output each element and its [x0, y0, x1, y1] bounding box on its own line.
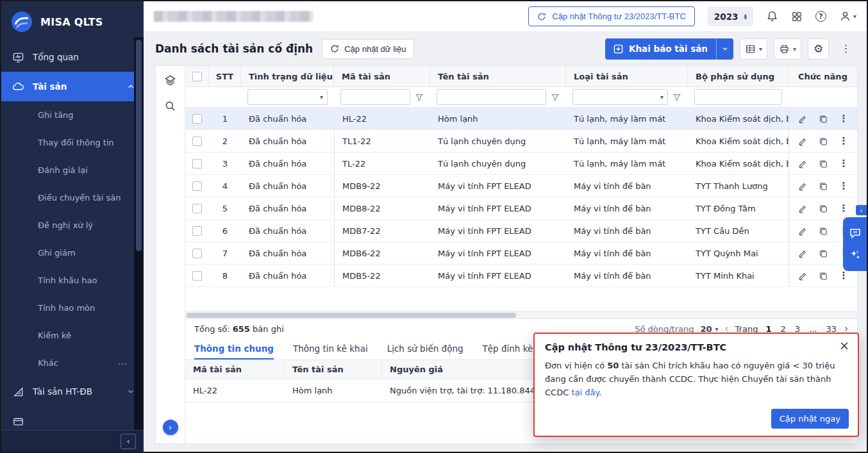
row-kebab-icon[interactable]: ⋮ [839, 181, 849, 191]
print-button[interactable]: ▾ [774, 38, 801, 60]
row-kebab-icon[interactable]: ⋮ [839, 271, 849, 281]
col-header-name[interactable]: Tên tài sản [430, 66, 566, 86]
table-row[interactable]: 8 Đã chuẩn hóa MDB5-22 Máy vi tính FPT E… [185, 265, 857, 287]
filter-funnel-icon[interactable] [551, 93, 560, 102]
sidebar-item-tai-san-ht-db[interactable]: Tài sản HT-ĐB [1, 377, 144, 406]
row-kebab-icon[interactable]: ⋮ [839, 114, 849, 124]
close-icon[interactable]: × [839, 340, 849, 352]
table-row[interactable]: 5 Đã chuẩn hóa MDB8-22 Máy vi tính FPT E… [185, 197, 857, 220]
sidebar-subitem-tinh-hao-mon[interactable]: Tính hao mòn [1, 294, 144, 322]
row-checkbox[interactable] [192, 226, 202, 236]
sidebar-subitem-tinh-khau-hao[interactable]: Tính khấu hao [1, 267, 144, 294]
row-checkbox[interactable] [192, 271, 202, 281]
edit-pencil-icon[interactable] [798, 136, 808, 146]
declare-asset-button[interactable]: Khai báo tài sản [605, 38, 716, 60]
row-checkbox[interactable] [192, 204, 202, 213]
chat-pause-icon[interactable] [849, 227, 862, 240]
export-table-button[interactable]: ▾ [740, 38, 767, 60]
copy-icon[interactable] [819, 159, 828, 169]
name-filter-input[interactable] [437, 89, 546, 105]
code-filter-input[interactable] [340, 89, 410, 105]
sidebar-subitem-khac[interactable]: Khác ⋯ [1, 349, 144, 377]
copy-icon[interactable] [819, 249, 828, 258]
table-row[interactable]: 4 Đã chuẩn hóa MDB9-22 Máy vi tính FPT E… [185, 175, 857, 197]
copy-icon[interactable] [819, 226, 828, 236]
type-filter-select[interactable]: ▾ [572, 89, 668, 105]
copy-icon[interactable] [819, 204, 828, 213]
sidebar-subitem-ghi-tang[interactable]: Ghi tăng [1, 101, 144, 129]
row-checkbox[interactable] [192, 114, 202, 124]
row-checkbox[interactable] [192, 181, 202, 191]
tab-tep-dinh-kem[interactable]: Tệp đính kèm [483, 339, 542, 359]
tab-lich-su-bien-dong[interactable]: Lịch sử biến động [387, 339, 463, 359]
table-row[interactable]: 1 Đã chuẩn hóa HL-22 Hòm lạnh Tủ lạnh, m… [185, 108, 857, 130]
copy-icon[interactable] [819, 181, 828, 191]
row-kebab-icon[interactable]: ⋮ [839, 159, 849, 169]
widget-expand-tab[interactable]: › [856, 205, 867, 215]
row-checkbox[interactable] [192, 136, 202, 146]
horizontal-scrollbar-thumb[interactable] [187, 313, 516, 318]
table-row[interactable]: 3 Đã chuẩn hóa TL-22 Tủ lạnh chuyên dụng… [185, 152, 857, 175]
declare-asset-dropdown[interactable] [716, 38, 733, 60]
sidebar-subitem-thay-doi-thong-tin[interactable]: Thay đổi thông tin [1, 129, 144, 156]
sidebar-subitem-de-nghi-xu-ly[interactable]: Đề nghị xử lý [1, 211, 144, 239]
row-kebab-icon[interactable]: ⋮ [839, 136, 849, 146]
table-row[interactable]: 2 Đã chuẩn hóa TL1-22 Tủ lạnh chuyên dụn… [185, 130, 857, 152]
row-checkbox[interactable] [192, 249, 202, 258]
help-icon[interactable]: ? [815, 11, 826, 22]
copy-icon[interactable] [819, 136, 828, 146]
tab-thong-tin-chung[interactable]: Thông tin chung [194, 339, 274, 359]
dept-filter-input[interactable] [694, 89, 782, 105]
sidebar-subitem-ghi-giam[interactable]: Ghi giảm [1, 239, 144, 267]
refresh-data-button[interactable]: Cập nhật dữ liệu [322, 39, 414, 59]
row-kebab-icon[interactable]: ⋮ [839, 204, 849, 213]
sidebar-subitem-danh-gia-lai[interactable]: Đánh giá lại [1, 156, 144, 184]
more-options-button[interactable]: ⋮ [835, 38, 856, 60]
sparkles-icon[interactable] [849, 249, 862, 261]
edit-pencil-icon[interactable] [798, 114, 808, 124]
sidebar-item-tai-san[interactable]: Tài sản [1, 72, 144, 101]
filter-funnel-icon[interactable] [672, 93, 681, 102]
app-grid-icon[interactable] [791, 11, 803, 22]
tab-thong-tin-ke-khai[interactable]: Thông tin kê khai [293, 339, 368, 359]
expand-panel-button[interactable]: › [163, 420, 178, 435]
table-row[interactable]: 7 Đã chuẩn hóa MDB6-22 Máy vi tính FPT E… [185, 242, 857, 265]
cell-type: Tủ lạnh, máy làm mát [566, 114, 688, 124]
layers-icon[interactable] [164, 74, 176, 86]
edit-pencil-icon[interactable] [798, 204, 808, 213]
sidebar-item-tong-quan[interactable]: Tổng quan [1, 42, 144, 72]
edit-pencil-icon[interactable] [798, 226, 808, 236]
cell-stt: 2 [209, 136, 241, 146]
copy-icon[interactable] [819, 271, 828, 281]
table-row[interactable]: 6 Đã chuẩn hóa MDB7-22 Máy vi tính FPT E… [185, 220, 857, 242]
sidebar-scrollbar[interactable] [134, 37, 144, 430]
cell-type: Máy vi tính để bàn [566, 249, 688, 258]
user-account-icon[interactable]: ▾ [839, 10, 856, 22]
row-checkbox[interactable] [192, 159, 202, 169]
copy-icon[interactable] [819, 114, 828, 124]
horizontal-scrollbar[interactable] [185, 311, 857, 318]
col-header-stt[interactable]: STT [209, 66, 241, 86]
search-icon[interactable] [164, 100, 176, 112]
col-header-dept[interactable]: Bộ phận sử dụng [688, 66, 789, 86]
fiscal-year-select[interactable]: 2023 ▴ ▾ [708, 6, 753, 26]
edit-pencil-icon[interactable] [798, 159, 808, 169]
notifications-bell-icon[interactable] [766, 10, 778, 22]
edit-pencil-icon[interactable] [798, 271, 808, 281]
sidebar-subitem-dieu-chuyen-tai-san[interactable]: Điều chuyển tài sản [1, 184, 144, 211]
update-circular-button[interactable]: Cập nhật Thông tư 23/2023/TT-BTC [528, 6, 695, 26]
edit-pencil-icon[interactable] [798, 249, 808, 258]
sidebar-scrollbar-thumb[interactable] [136, 40, 142, 251]
sidebar-subitem-kiem-ke[interactable]: Kiểm kê [1, 322, 144, 349]
sidebar-collapse-button[interactable]: ‹ [121, 434, 136, 449]
update-now-button[interactable]: Cập nhật ngay [771, 409, 849, 429]
col-header-code[interactable]: Mã tài sản [334, 66, 430, 86]
settings-button[interactable]: ⚙ [808, 38, 829, 60]
select-all-checkbox[interactable] [192, 72, 202, 81]
convert-ccdc-link[interactable]: tại đây [571, 388, 599, 397]
filter-funnel-icon[interactable] [415, 93, 424, 102]
col-header-type[interactable]: Loại tài sản [566, 66, 688, 86]
col-header-status[interactable]: Tình trạng dữ liệu [241, 66, 334, 86]
status-filter-select[interactable]: ▾ [247, 89, 328, 105]
edit-pencil-icon[interactable] [798, 181, 808, 191]
